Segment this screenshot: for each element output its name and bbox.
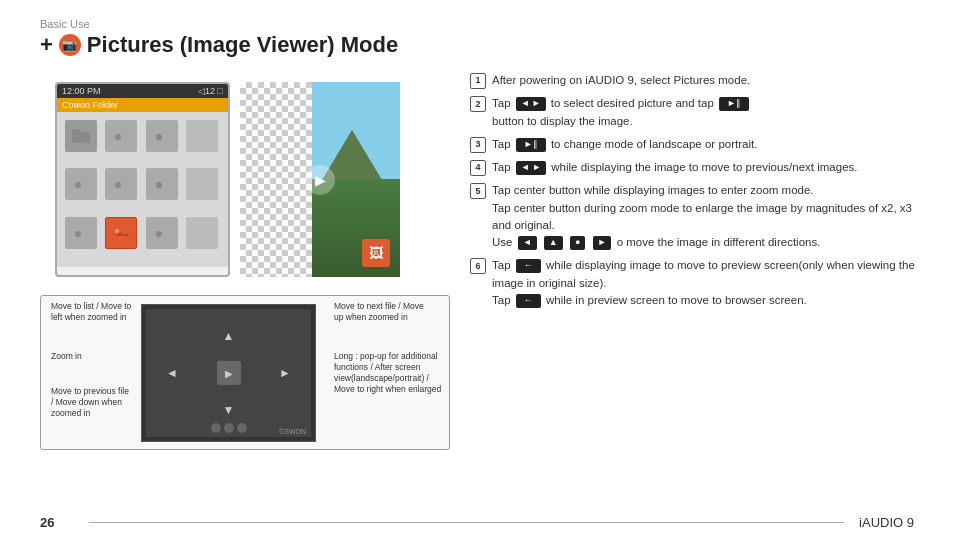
step-5-text-2: Use [492,236,516,248]
label-long-popup: Long : pop-up for additional functions /… [334,351,441,395]
step-num-4: 4 [470,160,486,176]
btn-mode: ►∥ [516,138,546,152]
svg-point-11 [156,182,162,188]
grid-photo-2 [146,120,178,152]
step-6-text-4: while in preview screen to move to brows… [546,294,807,306]
svg-point-9 [115,182,121,188]
btn-back-wide-2: ← [516,294,541,308]
breadcrumb: Basic Use [40,18,90,30]
bottom-device-mockup: Move to list / Move to left when zoomed … [40,295,450,450]
step-4-text-2: while displaying the image to move to pr… [551,161,857,173]
step-1-content: After powering on iAUDIO 9, select Pictu… [492,72,924,89]
btn-nav-4: ► [593,236,612,250]
step-1: 1 After powering on iAUDIO 9, select Pic… [470,72,924,89]
grid-empty-2 [186,168,218,200]
instructions-panel: 1 After powering on iAUDIO 9, select Pic… [470,72,924,500]
step-3-content: Tap ►∥ to change mode of landscape or po… [492,136,924,153]
bd-screen-inner: ▲ ◄ ▶ ► ▼ ©SWON [146,309,311,437]
title-text: Pictures (Image Viewer) Mode [87,32,398,58]
grid-photo-4 [105,168,137,200]
step-num-2: 2 [470,96,486,112]
bottom-device-screen: ▲ ◄ ▶ ► ▼ ©SWON [141,304,316,442]
label-move-previous: Move to previous file / Move down when z… [51,386,129,419]
plus-sign: + [40,32,53,58]
bd-btn-1 [211,423,221,433]
step-4-content: Tap ◄ ► while displaying the image to mo… [492,159,924,176]
preview-play-icon: ▶ [305,165,335,195]
device-mockup-top: 12:00 PM ◁12 □ Cowon Folder [55,82,230,277]
title-icon: 📷 [59,34,81,56]
svg-rect-2 [112,129,130,143]
arrow-down-icon: ▼ [223,403,235,417]
svg-rect-16 [153,226,171,240]
svg-point-13 [75,231,81,237]
preview-image-icon: 🖼 [362,239,390,267]
svg-point-17 [156,231,162,237]
footer-page-num: 26 [40,515,54,530]
step-6: 6 Tap ← while displaying image to move t… [470,257,924,309]
svg-rect-6 [72,177,90,191]
svg-rect-1 [72,129,80,134]
btn-play-wide: ►∥ [719,97,749,111]
bottom-labels-left: Move to list / Move to left when zoomed … [46,296,136,449]
page-title: + 📷 Pictures (Image Viewer) Mode [40,32,398,58]
step-6-text-2: while displaying image to move to previe… [492,259,915,288]
bottom-labels-right: Move to next file / Move up when zoomed … [334,296,444,449]
btn-nav-2: ▲ [544,236,563,250]
btn-nav-3: ● [570,236,585,250]
grid-photo-5 [146,168,178,200]
step-num-1: 1 [470,73,486,89]
step-4: 4 Tap ◄ ► while displaying the image to … [470,159,924,176]
step-6-text-3: Tap [492,294,514,306]
grid-folder [65,120,97,152]
step-5-text-1: Tap center button while displaying image… [492,184,912,231]
grid-photo-7 [146,217,178,249]
device-signal: ◁12 □ [198,86,223,96]
step-5: 5 Tap center button while displaying ima… [470,182,924,251]
step-4-text-1: Tap [492,161,514,173]
step-3-text-2: to change mode of landscape or portrait. [551,138,758,150]
step-1-text: After powering on iAUDIO 9, select Pictu… [492,74,750,86]
btn-left-arrow: ◄► [516,97,546,111]
device-status-bar: 12:00 PM ◁12 □ [57,84,228,98]
grid-photo-6 [65,217,97,249]
svg-rect-10 [153,177,171,191]
bd-brand: ©SWON [279,428,306,435]
label-zoom-in: Zoom in [51,351,82,362]
label-next-file: Move to next file / Move up when zoomed … [334,301,424,323]
device-folder-bar: Cowon Folder [57,98,228,112]
bd-btn-3 [237,423,247,433]
svg-point-3 [115,134,121,140]
step-3-text-1: Tap [492,138,514,150]
step-5-content: Tap center button while displaying image… [492,182,924,251]
arrow-right-icon: ► [279,366,291,380]
step-3: 3 Tap ►∥ to change mode of landscape or … [470,136,924,153]
device-grid [57,112,228,267]
bd-screen-content: ▲ ◄ ▶ ► ▼ ©SWON [146,309,311,437]
grid-empty-3 [186,217,218,249]
bd-btn-2 [224,423,234,433]
step-num-3: 3 [470,137,486,153]
grid-photo-1 [105,120,137,152]
step-2-content: Tap ◄► to select desired picture and tap… [492,95,924,130]
step-6-content: Tap ← while displaying image to move to … [492,257,924,309]
svg-point-15 [115,229,119,233]
svg-rect-8 [112,177,130,191]
arrow-left-icon: ◄ [166,366,178,380]
step-num-5: 5 [470,183,486,199]
step-5-text-3: o move the image in different directions… [617,236,821,248]
footer-divider [89,522,844,523]
step-2-text-3: button to display the image. [492,115,633,127]
svg-point-7 [75,182,81,188]
footer-brand: iAUDIO 9 [859,515,914,530]
grid-empty-1 [186,120,218,152]
svg-point-5 [156,134,162,140]
svg-rect-4 [153,129,171,143]
svg-rect-12 [72,226,90,240]
grid-photo-selected [105,217,137,249]
step-2-text-1: Tap [492,97,514,109]
image-preview-panel: ▶ 🖼 [240,82,400,277]
footer: 26 iAUDIO 9 [0,515,954,530]
arrow-up-icon: ▲ [223,329,235,343]
step-2: 2 Tap ◄► to select desired picture and t… [470,95,924,130]
